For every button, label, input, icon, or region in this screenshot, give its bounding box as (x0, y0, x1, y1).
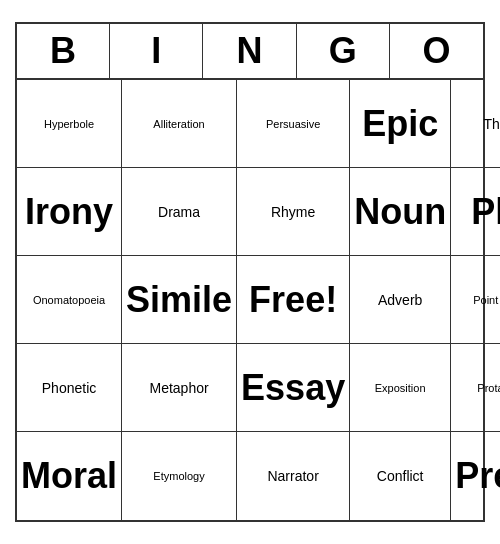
cell-text-14: Point of View (473, 294, 500, 306)
bingo-cell-14[interactable]: Point of View (451, 256, 500, 344)
cell-text-18: Exposition (375, 382, 426, 394)
cell-text-13: Adverb (378, 292, 422, 308)
cell-text-19: Protagonist (477, 382, 500, 394)
bingo-cell-10[interactable]: Onomatopoeia (17, 256, 122, 344)
cell-text-0: Hyperbole (44, 118, 94, 130)
bingo-cell-22[interactable]: Narrator (237, 432, 350, 520)
header-letter-O: O (390, 24, 483, 78)
bingo-cell-5[interactable]: Irony (17, 168, 122, 256)
bingo-cell-17[interactable]: Essay (237, 344, 350, 432)
cell-text-15: Phonetic (42, 380, 96, 396)
cell-text-17: Essay (241, 367, 345, 409)
bingo-cell-0[interactable]: Hyperbole (17, 80, 122, 168)
bingo-cell-20[interactable]: Moral (17, 432, 122, 520)
cell-text-9: Plot (471, 191, 500, 233)
cell-text-10: Onomatopoeia (33, 294, 105, 306)
bingo-cell-1[interactable]: Alliteration (122, 80, 237, 168)
bingo-cell-12[interactable]: Free! (237, 256, 350, 344)
cell-text-16: Metaphor (149, 380, 208, 396)
cell-text-21: Etymology (153, 470, 204, 482)
bingo-cell-3[interactable]: Epic (350, 80, 451, 168)
bingo-cell-6[interactable]: Drama (122, 168, 237, 256)
header-letter-G: G (297, 24, 390, 78)
bingo-cell-15[interactable]: Phonetic (17, 344, 122, 432)
bingo-cell-16[interactable]: Metaphor (122, 344, 237, 432)
bingo-cell-4[interactable]: Theme (451, 80, 500, 168)
bingo-cell-19[interactable]: Protagonist (451, 344, 500, 432)
cell-text-20: Moral (21, 455, 117, 497)
bingo-cell-2[interactable]: Persuasive (237, 80, 350, 168)
cell-text-23: Conflict (377, 468, 424, 484)
bingo-cell-7[interactable]: Rhyme (237, 168, 350, 256)
bingo-cell-11[interactable]: Simile (122, 256, 237, 344)
bingo-cell-8[interactable]: Noun (350, 168, 451, 256)
bingo-header: BINGO (17, 24, 483, 80)
bingo-cell-24[interactable]: Prefix (451, 432, 500, 520)
cell-text-7: Rhyme (271, 204, 315, 220)
cell-text-3: Epic (362, 103, 438, 145)
bingo-cell-21[interactable]: Etymology (122, 432, 237, 520)
cell-text-2: Persuasive (266, 118, 320, 130)
bingo-card: BINGO HyperboleAlliterationPersuasiveEpi… (15, 22, 485, 522)
bingo-cell-23[interactable]: Conflict (350, 432, 451, 520)
cell-text-6: Drama (158, 204, 200, 220)
header-letter-N: N (203, 24, 296, 78)
bingo-cell-13[interactable]: Adverb (350, 256, 451, 344)
bingo-cell-18[interactable]: Exposition (350, 344, 451, 432)
cell-text-24: Prefix (455, 455, 500, 497)
cell-text-8: Noun (354, 191, 446, 233)
cell-text-5: Irony (25, 191, 113, 233)
cell-text-12: Free! (249, 279, 337, 321)
cell-text-11: Simile (126, 279, 232, 321)
bingo-grid: HyperboleAlliterationPersuasiveEpicTheme… (17, 80, 483, 520)
bingo-cell-9[interactable]: Plot (451, 168, 500, 256)
header-letter-I: I (110, 24, 203, 78)
cell-text-1: Alliteration (153, 118, 204, 130)
cell-text-4: Theme (483, 116, 500, 132)
header-letter-B: B (17, 24, 110, 78)
cell-text-22: Narrator (267, 468, 318, 484)
